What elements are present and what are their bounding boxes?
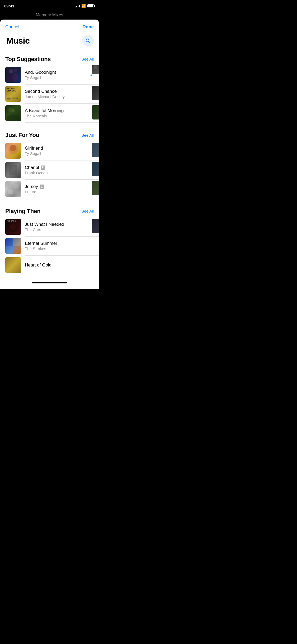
svg-rect-19 <box>14 190 18 194</box>
right-peek-art-chanel <box>92 162 99 176</box>
album-art-chanel <box>5 162 21 178</box>
top-suggestions-see-all[interactable]: See All <box>81 57 94 61</box>
right-peek-art-jersey <box>92 181 99 195</box>
right-peek-art-girlfriend <box>92 143 99 157</box>
cancel-button[interactable]: Cancel <box>5 24 19 30</box>
explicit-badge-chanel: E <box>41 165 45 170</box>
song-title-girlfriend: Girlfriend <box>25 146 43 151</box>
status-icons: 📶 <box>75 4 95 8</box>
song-info-beautiful-morning: A Beautiful Morning The Rascals <box>25 108 94 118</box>
album-art-just-what-i-needed: THE CARS <box>5 219 21 235</box>
album-art-beautiful-morning <box>5 105 21 121</box>
peek-art-icon <box>93 65 98 70</box>
playing-then-see-all[interactable]: See All <box>81 209 94 213</box>
section-divider-2 <box>0 201 99 201</box>
just-for-you-header: Just For You See All <box>0 127 99 141</box>
song-title-jersey: Jersey <box>25 184 38 189</box>
song-artist-jersey: Future <box>25 190 94 194</box>
list-item[interactable]: And, Goodnight Ty Segall ✓ <box>0 65 99 84</box>
top-suggestions-section: Top Suggestions See All <box>0 51 99 123</box>
list-item[interactable]: Eternal Summer The Strokes <box>0 236 99 255</box>
explicit-badge-jersey: E <box>40 185 44 189</box>
album-art-jersey <box>5 181 21 197</box>
song-title-eternal-summer: Eternal Summer <box>25 241 57 246</box>
svg-line-1 <box>89 42 90 43</box>
song-row-girlfriend[interactable]: Girlfriend Ty Segall <box>0 141 99 160</box>
section-divider-1 <box>0 125 99 125</box>
svg-rect-18 <box>8 190 13 194</box>
wifi-icon: 📶 <box>81 4 86 8</box>
song-artist-second-chance: James Michael Dooley <box>25 94 94 99</box>
list-item[interactable]: SECONDCHANCE JAMES MICHAEL DOOLEY Second… <box>0 84 99 103</box>
song-title-and-goodnight: And, Goodnight <box>25 70 56 75</box>
modal-sheet: Cancel Done Music Top Suggestions See Al… <box>0 20 99 289</box>
song-artist-girlfriend: Ty Segall <box>25 151 94 156</box>
list-item[interactable]: THE CARS Just What I Needed The Cars <box>0 217 99 236</box>
home-indicator <box>32 282 67 283</box>
memory-mixes-bar: Memory Mixes <box>0 12 99 20</box>
list-item[interactable]: A Beautiful Morning The Rascals <box>0 104 99 123</box>
song-row-just-what-i-needed[interactable]: THE CARS Just What I Needed The Cars <box>0 217 99 236</box>
just-for-you-see-all[interactable]: See All <box>81 133 94 137</box>
song-artist-beautiful-morning: The Rascals <box>25 114 94 118</box>
song-info-jersey: Jersey E Future <box>25 184 94 194</box>
svg-point-14 <box>11 166 16 171</box>
right-peek-art <box>92 65 99 74</box>
album-art-second-chance: SECONDCHANCE JAMES MICHAEL DOOLEY <box>5 86 21 102</box>
song-row-second-chance[interactable]: SECONDCHANCE JAMES MICHAEL DOOLEY Second… <box>0 84 99 103</box>
svg-rect-22 <box>5 238 13 246</box>
list-item[interactable]: Heart of Gold <box>0 256 99 275</box>
song-artist-chanel: Frank Ocean <box>25 171 94 175</box>
song-info-eternal-summer: Eternal Summer The Strokes <box>25 241 94 251</box>
art-figure-girlfriend <box>5 143 21 159</box>
list-item[interactable]: Jersey E Future <box>0 180 99 199</box>
svg-rect-24 <box>5 246 13 254</box>
song-info-girlfriend: Girlfriend Ty Segall <box>25 146 94 156</box>
svg-point-2 <box>9 69 13 73</box>
song-info-chanel: Chanel E Frank Ocean <box>25 165 94 175</box>
song-info-heart-of-gold: Heart of Gold <box>25 263 94 268</box>
svg-point-3 <box>13 69 17 72</box>
song-title-beautiful-morning: A Beautiful Morning <box>25 108 64 113</box>
svg-rect-17 <box>14 184 18 188</box>
list-item[interactable]: Chanel E Frank Ocean <box>0 160 99 180</box>
search-icon <box>85 38 91 43</box>
status-bar: 09:41 📶 <box>0 0 99 12</box>
apple-music-logo: Music <box>5 36 30 46</box>
song-row-eternal-summer[interactable]: Eternal Summer The Strokes <box>0 236 99 255</box>
just-for-you-title: Just For You <box>5 132 39 139</box>
song-artist-and-goodnight: Ty Segall <box>25 75 86 80</box>
music-label: Music <box>6 36 30 46</box>
header-row: Music <box>0 33 99 51</box>
song-info-just-what-i-needed: Just What I Needed The Cars <box>25 222 94 232</box>
svg-rect-16 <box>8 184 13 188</box>
song-title-chanel: Chanel <box>25 165 39 170</box>
art-strokes-collage <box>5 238 21 254</box>
song-artist-eternal-summer: The Strokes <box>25 246 94 251</box>
memory-mixes-label: Memory Mixes <box>36 13 63 17</box>
album-art-eternal-summer <box>5 238 21 254</box>
song-row-chanel[interactable]: Chanel E Frank Ocean <box>0 160 99 180</box>
right-peek-art-second <box>92 86 99 100</box>
status-time: 09:41 <box>4 4 14 8</box>
done-button[interactable]: Done <box>83 24 94 30</box>
art-figure-chanel <box>5 162 21 178</box>
battery-icon <box>87 4 95 7</box>
playing-then-section: Playing Then See All THE CARS Just What … <box>0 203 99 275</box>
top-suggestions-header: Top Suggestions See All <box>0 51 99 65</box>
svg-point-9 <box>12 109 15 112</box>
song-title-just-what-i-needed: Just What I Needed <box>25 222 64 227</box>
song-row-heart-of-gold[interactable]: Heart of Gold <box>0 256 99 275</box>
right-peek-art-cars <box>92 219 99 233</box>
svg-point-10 <box>7 114 20 121</box>
song-row-beautiful-morning[interactable]: A Beautiful Morning The Rascals <box>0 104 99 123</box>
list-item[interactable]: Girlfriend Ty Segall <box>0 141 99 160</box>
signal-icon <box>75 4 80 7</box>
top-suggestions-title: Top Suggestions <box>5 56 51 63</box>
art-figure <box>5 105 21 121</box>
playing-then-title: Playing Then <box>5 208 40 215</box>
song-row-jersey[interactable]: Jersey E Future <box>0 180 99 199</box>
search-button[interactable] <box>82 35 94 47</box>
song-row-and-goodnight[interactable]: And, Goodnight Ty Segall ✓ <box>0 65 99 84</box>
song-title-heart-of-gold: Heart of Gold <box>25 263 51 268</box>
